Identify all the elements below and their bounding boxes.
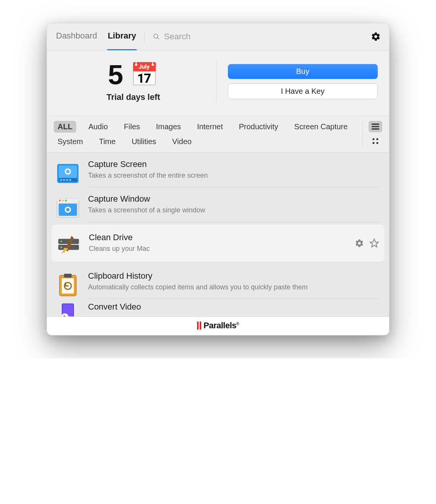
item-title: Clipboard History — [88, 271, 380, 281]
trial-banner: 5 📅 Trial days left Buy I Have a Key — [47, 50, 389, 116]
item-favorite-button[interactable] — [369, 238, 379, 248]
svg-marker-30 — [370, 239, 378, 247]
filter-internet[interactable]: Internet — [193, 121, 227, 133]
capture-window-icon — [56, 196, 80, 220]
item-title: Clean Drive — [89, 233, 346, 242]
filter-images[interactable]: Images — [152, 121, 185, 133]
divider — [144, 31, 145, 42]
svg-rect-33 — [64, 274, 72, 278]
grid-view-button[interactable] — [369, 135, 382, 147]
list-item[interactable]: Capture Window Takes a screenshot of a s… — [47, 187, 389, 222]
list-icon — [371, 123, 380, 130]
svg-point-22 — [65, 200, 67, 201]
svg-rect-16 — [66, 179, 68, 180]
tools-list: Capture Screen Takes a screenshot of the… — [47, 152, 389, 316]
calendar-icon: 📅 — [130, 63, 159, 86]
star-icon — [369, 238, 379, 248]
search-field[interactable] — [152, 32, 363, 42]
filter-bar: ALL Audio Files Images Internet Producti… — [47, 116, 389, 152]
list-item[interactable]: Clipboard History Automatically collects… — [47, 264, 389, 299]
footer: Parallels® — [47, 316, 389, 335]
filter-audio[interactable]: Audio — [85, 121, 112, 133]
item-description: Takes a screenshot of the entire screen — [88, 171, 380, 180]
parallels-logo-icon — [197, 321, 201, 330]
svg-point-20 — [59, 200, 61, 201]
filter-utilities[interactable]: Utilities — [128, 136, 160, 148]
item-settings-button[interactable] — [355, 239, 364, 248]
filter-system[interactable]: System — [54, 136, 87, 148]
filter-all[interactable]: ALL — [54, 121, 76, 133]
svg-line-1 — [157, 38, 159, 39]
svg-rect-3 — [372, 126, 379, 127]
grid-icon — [372, 137, 379, 145]
filter-chips: ALL Audio Files Images Internet Producti… — [54, 121, 358, 148]
svg-point-0 — [154, 34, 158, 38]
trial-days-count: 5 — [108, 61, 123, 88]
item-description: Automatically collects copied items and … — [88, 282, 380, 292]
clipboard-history-icon — [56, 273, 80, 297]
tab-library[interactable]: Library — [107, 27, 137, 46]
have-key-button[interactable]: I Have a Key — [228, 83, 378, 99]
svg-rect-15 — [63, 179, 65, 180]
app-window: Dashboard Library 5 📅 Trial days left Bu… — [46, 23, 390, 335]
svg-point-8 — [376, 142, 378, 144]
gear-icon — [371, 32, 381, 42]
item-title: Capture Screen — [88, 159, 380, 169]
svg-point-6 — [376, 138, 378, 140]
filter-time[interactable]: Time — [95, 136, 120, 148]
svg-rect-17 — [69, 179, 71, 180]
svg-point-21 — [62, 200, 64, 201]
settings-button[interactable] — [371, 32, 381, 42]
tab-dashboard[interactable]: Dashboard — [55, 27, 98, 46]
item-description: Takes a screenshot of a single window — [88, 205, 380, 215]
svg-point-28 — [61, 241, 62, 242]
convert-video-icon — [56, 303, 80, 316]
svg-point-12 — [66, 170, 70, 173]
clean-drive-icon — [57, 231, 80, 255]
svg-rect-4 — [372, 128, 379, 130]
item-title: Capture Window — [88, 194, 380, 204]
trial-status: 5 📅 Trial days left — [58, 61, 216, 102]
trial-actions: Buy I Have a Key — [220, 61, 378, 102]
item-description: Cleans up your Mac — [89, 244, 346, 253]
filter-screen-capture[interactable]: Screen Capture — [290, 121, 351, 133]
item-title: Convert Video — [88, 302, 380, 312]
svg-point-25 — [66, 208, 70, 211]
main-tabs: Dashboard Library — [55, 27, 137, 46]
search-icon — [152, 33, 160, 40]
filter-video[interactable]: Video — [168, 136, 196, 148]
svg-point-7 — [372, 142, 374, 144]
view-toggle — [362, 121, 382, 147]
svg-point-29 — [61, 246, 62, 248]
capture-screen-icon — [56, 162, 80, 185]
filter-productivity[interactable]: Productivity — [235, 121, 282, 133]
list-view-button[interactable] — [369, 121, 382, 132]
header: Dashboard Library — [47, 23, 389, 50]
list-item[interactable]: Capture Screen Takes a screenshot of the… — [47, 152, 389, 187]
trial-subtitle: Trial days left — [106, 92, 160, 102]
filter-files[interactable]: Files — [120, 121, 144, 133]
buy-button[interactable]: Buy — [228, 64, 378, 79]
svg-rect-14 — [60, 179, 62, 180]
brand-name: Parallels® — [204, 321, 239, 331]
svg-point-5 — [372, 138, 374, 140]
search-input[interactable] — [164, 32, 363, 42]
list-item[interactable]: Clean Drive Cleans up your Mac — [51, 225, 385, 262]
item-actions — [355, 238, 379, 248]
gear-icon — [355, 239, 364, 248]
svg-rect-2 — [372, 124, 379, 125]
list-item[interactable]: Convert Video — [47, 299, 389, 316]
